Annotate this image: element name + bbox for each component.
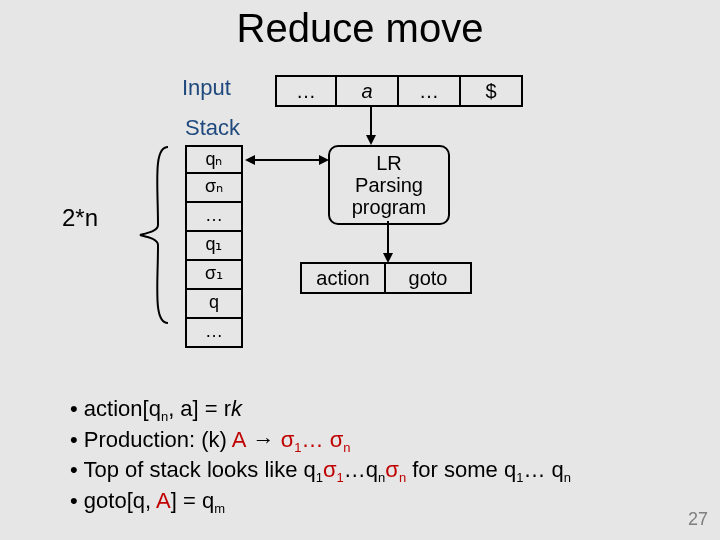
- slide-title: Reduce move: [0, 6, 720, 51]
- lr-parsing-program-box: LR Parsing program: [328, 145, 450, 225]
- stack-label: Stack: [185, 115, 240, 141]
- stack-cell: …: [185, 203, 243, 232]
- txt: Top of stack looks like q: [83, 457, 315, 482]
- txt: σ: [385, 457, 399, 482]
- input-tape: … a … $: [275, 75, 523, 107]
- two-n-label: 2*n: [62, 204, 98, 232]
- txt: σ: [281, 427, 295, 452]
- svg-marker-1: [366, 135, 376, 145]
- program-line: program: [330, 196, 448, 218]
- svg-marker-3: [245, 155, 255, 165]
- action-goto-tables: action goto: [300, 262, 472, 294]
- txt: goto[q,: [84, 488, 156, 513]
- bullet-item: Top of stack looks like q1σ1…qnσn for so…: [70, 456, 571, 487]
- bullet-list: action[qn, a] = rk Production: (k) A → σ…: [70, 395, 571, 518]
- tape-cell: …: [399, 75, 461, 107]
- svg-marker-6: [383, 253, 393, 263]
- txt: ] = q: [171, 488, 214, 513]
- txt: σ: [330, 427, 344, 452]
- svg-marker-4: [319, 155, 329, 165]
- stack-cell: q₁: [185, 232, 243, 261]
- bullet-item: Production: (k) A → σ1… σn: [70, 426, 571, 457]
- parser-stack: qₙ σₙ … q₁ σ₁ q …: [185, 145, 243, 348]
- txt: A: [156, 488, 171, 513]
- tape-cell-a: a: [337, 75, 399, 107]
- txt: for some q: [406, 457, 516, 482]
- sub: m: [214, 501, 225, 516]
- txt: A: [232, 427, 247, 452]
- arrow-input-to-program: [363, 107, 379, 147]
- stack-cell: …: [185, 319, 243, 348]
- program-line: LR: [330, 152, 448, 174]
- stack-cell: σ₁: [185, 261, 243, 290]
- bullet-item: action[qn, a] = rk: [70, 395, 571, 426]
- sub: 1: [294, 440, 301, 455]
- arrow-stack-program: [243, 152, 331, 168]
- sub: 1: [316, 471, 323, 486]
- txt: , a] = r: [168, 396, 231, 421]
- txt: …q: [344, 457, 378, 482]
- page-number: 27: [688, 509, 708, 530]
- txt: action[q: [84, 396, 161, 421]
- sub: n: [564, 471, 571, 486]
- stack-cell: qₙ: [185, 145, 243, 174]
- sub: n: [343, 440, 350, 455]
- arrow-char: →: [246, 427, 280, 452]
- bullet-item: goto[q, A] = qm: [70, 487, 571, 518]
- input-label: Input: [182, 75, 231, 101]
- txt: Production: (k): [84, 427, 232, 452]
- tape-cell: …: [275, 75, 337, 107]
- sub: 1: [337, 471, 344, 486]
- txt: σ: [323, 457, 337, 482]
- action-box: action: [300, 262, 386, 294]
- txt: k: [231, 396, 242, 421]
- txt: … q: [523, 457, 563, 482]
- stack-cell: q: [185, 290, 243, 319]
- arrow-program-to-tables: [380, 221, 396, 265]
- txt: …: [302, 427, 330, 452]
- stack-brace: [118, 145, 178, 325]
- stack-cell: σₙ: [185, 174, 243, 203]
- tape-cell-end: $: [461, 75, 523, 107]
- goto-box: goto: [386, 262, 472, 294]
- program-line: Parsing: [330, 174, 448, 196]
